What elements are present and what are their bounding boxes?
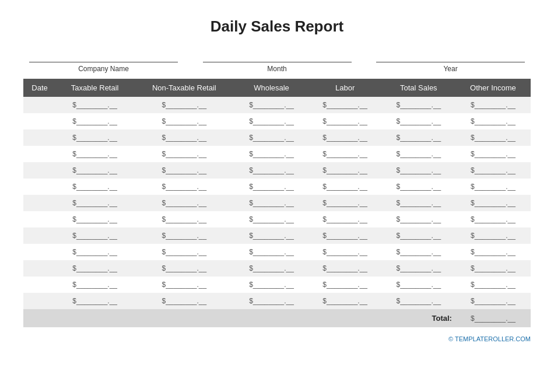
money-cell: $________.__ (308, 293, 382, 309)
table-row: $________.__$________.__$________.__$___… (23, 146, 531, 162)
money-value: $________.__ (396, 264, 441, 272)
money-value: $________.__ (322, 281, 367, 289)
money-value: $________.__ (249, 264, 294, 272)
money-cell: $________.__ (56, 211, 134, 228)
money-cell: $________.__ (56, 276, 134, 293)
money-cell: $________.__ (455, 228, 531, 244)
money-cell: $________.__ (308, 97, 382, 113)
money-cell: $________.__ (308, 146, 382, 162)
money-cell: $________.__ (308, 260, 382, 276)
total-empty-cell (23, 309, 56, 327)
col-header-labor: Labor (308, 79, 382, 97)
date-cell (23, 146, 56, 162)
money-value: $________.__ (249, 248, 294, 256)
money-cell: $________.__ (234, 195, 308, 211)
money-value: $________.__ (396, 117, 441, 125)
main-table: DateTaxable RetailNon-Taxable RetailWhol… (23, 79, 531, 327)
money-cell: $________.__ (134, 260, 234, 276)
money-value: $________.__ (396, 150, 441, 158)
money-cell: $________.__ (455, 162, 531, 178)
money-cell: $________.__ (382, 146, 455, 162)
money-cell: $________.__ (455, 211, 531, 228)
money-value: $________.__ (162, 264, 206, 272)
money-cell: $________.__ (134, 293, 234, 309)
field-line (203, 52, 352, 62)
money-value: $________.__ (249, 150, 294, 158)
money-value: $________.__ (72, 134, 117, 142)
money-value: $________.__ (471, 232, 516, 240)
money-value: $________.__ (396, 232, 441, 240)
date-cell (23, 195, 56, 211)
money-value: $________.__ (162, 248, 206, 256)
money-value: $________.__ (471, 101, 516, 109)
money-value: $________.__ (471, 166, 516, 174)
money-value: $________.__ (162, 183, 206, 191)
col-header-non-taxable-retail: Non-Taxable Retail (134, 79, 234, 97)
money-value: $________.__ (72, 248, 117, 256)
money-value: $________.__ (396, 199, 441, 207)
money-value: $________.__ (322, 215, 367, 223)
money-cell: $________.__ (234, 228, 308, 244)
header-fields: Company Name Month Year (23, 52, 531, 73)
total-value: $________.__ (455, 309, 531, 327)
money-cell: $________.__ (382, 293, 455, 309)
money-cell: $________.__ (308, 211, 382, 228)
table-row: $________.__$________.__$________.__$___… (23, 244, 531, 260)
money-cell: $________.__ (234, 211, 308, 228)
money-cell: $________.__ (56, 244, 134, 260)
table-row: $________.__$________.__$________.__$___… (23, 130, 531, 146)
money-cell: $________.__ (382, 228, 455, 244)
col-header-total-sales: Total Sales (382, 79, 455, 97)
money-value: $________.__ (249, 166, 294, 174)
money-value: $________.__ (396, 281, 441, 289)
money-cell: $________.__ (382, 178, 455, 195)
col-header-wholesale: Wholesale (234, 79, 308, 97)
total-label: Total: (382, 309, 455, 327)
page-title: Daily Sales Report (23, 18, 531, 36)
money-value: $________.__ (162, 117, 206, 125)
date-cell (23, 293, 56, 309)
money-cell: $________.__ (234, 293, 308, 309)
money-cell: $________.__ (234, 260, 308, 276)
money-value: $________.__ (322, 264, 367, 272)
money-cell: $________.__ (382, 130, 455, 146)
money-cell: $________.__ (234, 97, 308, 113)
header-field-month: Month (203, 52, 352, 73)
total-empty-cell (56, 309, 134, 327)
date-cell (23, 276, 56, 293)
date-cell (23, 244, 56, 260)
money-cell: $________.__ (134, 146, 234, 162)
money-cell: $________.__ (308, 195, 382, 211)
money-value: $________.__ (322, 232, 367, 240)
money-value: $________.__ (72, 297, 117, 305)
date-cell (23, 211, 56, 228)
money-value: $________.__ (72, 215, 117, 223)
date-cell (23, 113, 56, 130)
date-cell (23, 130, 56, 146)
money-value: $________.__ (471, 150, 516, 158)
money-cell: $________.__ (455, 195, 531, 211)
col-header-taxable-retail: Taxable Retail (56, 79, 134, 97)
money-value: $________.__ (396, 248, 441, 256)
money-value: $________.__ (72, 117, 117, 125)
date-cell (23, 260, 56, 276)
money-value: $________.__ (249, 117, 294, 125)
money-cell: $________.__ (134, 130, 234, 146)
money-cell: $________.__ (56, 293, 134, 309)
money-value: $________.__ (471, 248, 516, 256)
money-cell: $________.__ (455, 244, 531, 260)
money-value: $________.__ (249, 183, 294, 191)
money-cell: $________.__ (134, 162, 234, 178)
money-cell: $________.__ (134, 211, 234, 228)
money-cell: $________.__ (234, 162, 308, 178)
money-value: $________.__ (72, 232, 117, 240)
money-value: $________.__ (322, 101, 367, 109)
money-cell: $________.__ (455, 293, 531, 309)
money-value: $________.__ (322, 183, 367, 191)
money-value: $________.__ (72, 183, 117, 191)
money-value: $________.__ (471, 134, 516, 142)
table-row: $________.__$________.__$________.__$___… (23, 178, 531, 195)
money-value: $________.__ (322, 117, 367, 125)
money-cell: $________.__ (134, 97, 234, 113)
money-value: $________.__ (396, 134, 441, 142)
